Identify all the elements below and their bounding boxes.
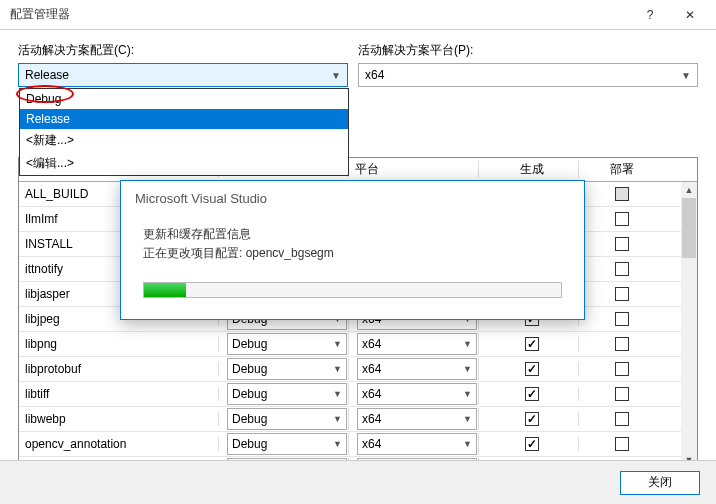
solution-config-select[interactable]: Release ▼ DebugRelease<新建...><编辑...> (18, 63, 348, 87)
platform-select[interactable]: x64▼ (357, 408, 477, 430)
platform-cell: x64▼ (349, 433, 479, 455)
deploy-checkbox[interactable] (615, 187, 629, 201)
deploy-cell (579, 287, 659, 301)
vertical-scrollbar[interactable]: ▲ ▼ (681, 182, 697, 467)
chevron-down-icon: ▼ (333, 414, 342, 424)
build-checkbox[interactable] (525, 362, 539, 376)
chevron-down-icon: ▼ (681, 70, 691, 81)
build-cell (479, 387, 579, 401)
header-platform: 平台 (349, 161, 479, 178)
deploy-checkbox[interactable] (615, 412, 629, 426)
chevron-down-icon: ▼ (333, 389, 342, 399)
deploy-cell (579, 212, 659, 226)
titlebar: 配置管理器 ? ✕ (0, 0, 716, 30)
deploy-cell (579, 237, 659, 251)
solution-platform-value: x64 (365, 68, 384, 82)
config-select[interactable]: Debug▼ (227, 358, 347, 380)
deploy-checkbox[interactable] (615, 237, 629, 251)
config-select[interactable]: Debug▼ (227, 408, 347, 430)
progress-dialog-title: Microsoft Visual Studio (121, 181, 584, 210)
build-cell (479, 412, 579, 426)
solution-platform-select[interactable]: x64 ▼ (358, 63, 698, 87)
table-row: libprotobufDebug▼x64▼ (19, 357, 697, 382)
window-title: 配置管理器 (6, 6, 630, 23)
chevron-down-icon: ▼ (333, 439, 342, 449)
progress-dialog: Microsoft Visual Studio 更新和缓存配置信息 正在更改项目… (120, 180, 585, 320)
close-window-button[interactable]: ✕ (670, 0, 710, 30)
footer: 关闭 (0, 460, 716, 504)
deploy-cell (579, 262, 659, 276)
scrollbar-thumb[interactable] (682, 198, 696, 258)
deploy-checkbox[interactable] (615, 312, 629, 326)
config-dropdown: DebugRelease<新建...><编辑...> (19, 88, 349, 176)
table-row: libpngDebug▼x64▼ (19, 332, 697, 357)
deploy-cell (579, 312, 659, 326)
chevron-down-icon: ▼ (463, 339, 472, 349)
progress-line2: 正在更改项目配置: opencv_bgsegm (121, 245, 584, 274)
platform-select[interactable]: x64▼ (357, 383, 477, 405)
deploy-checkbox[interactable] (615, 287, 629, 301)
chevron-down-icon: ▼ (463, 414, 472, 424)
deploy-cell (579, 187, 659, 201)
dropdown-item[interactable]: Release (20, 109, 348, 129)
config-cell: Debug▼ (219, 433, 349, 455)
project-cell: libtiff (19, 387, 219, 401)
project-cell: libpng (19, 337, 219, 351)
chevron-down-icon: ▼ (333, 339, 342, 349)
build-checkbox[interactable] (525, 387, 539, 401)
deploy-checkbox[interactable] (615, 262, 629, 276)
deploy-cell (579, 412, 659, 426)
scroll-up-icon[interactable]: ▲ (681, 182, 697, 198)
config-cell: Debug▼ (219, 358, 349, 380)
project-cell: opencv_annotation (19, 437, 219, 451)
deploy-checkbox[interactable] (615, 337, 629, 351)
platform-cell: x64▼ (349, 333, 479, 355)
config-cell: Debug▼ (219, 408, 349, 430)
chevron-down-icon: ▼ (463, 439, 472, 449)
progress-fill (144, 283, 186, 297)
dropdown-item[interactable]: <编辑...> (20, 152, 348, 175)
progress-bar (143, 282, 562, 298)
help-button[interactable]: ? (630, 0, 670, 30)
progress-line1: 更新和缓存配置信息 (121, 210, 584, 245)
deploy-checkbox[interactable] (615, 387, 629, 401)
build-cell (479, 437, 579, 451)
solution-config-value: Release (25, 68, 69, 82)
table-row: libtiffDebug▼x64▼ (19, 382, 697, 407)
project-cell: libwebp (19, 412, 219, 426)
platform-cell: x64▼ (349, 358, 479, 380)
build-cell (479, 362, 579, 376)
header-build: 生成 (479, 161, 579, 178)
build-checkbox[interactable] (525, 412, 539, 426)
dropdown-item[interactable]: Debug (20, 89, 348, 109)
build-checkbox[interactable] (525, 337, 539, 351)
deploy-cell (579, 387, 659, 401)
config-select[interactable]: Debug▼ (227, 333, 347, 355)
chevron-down-icon: ▼ (333, 364, 342, 374)
project-cell: libprotobuf (19, 362, 219, 376)
platform-select[interactable]: x64▼ (357, 433, 477, 455)
config-cell: Debug▼ (219, 383, 349, 405)
deploy-checkbox[interactable] (615, 362, 629, 376)
header-deploy: 部署 (579, 161, 659, 178)
chevron-down-icon: ▼ (463, 389, 472, 399)
deploy-cell (579, 337, 659, 351)
build-cell (479, 337, 579, 351)
platform-select[interactable]: x64▼ (357, 358, 477, 380)
deploy-checkbox[interactable] (615, 212, 629, 226)
build-checkbox[interactable] (525, 437, 539, 451)
table-row: opencv_annotationDebug▼x64▼ (19, 432, 697, 457)
deploy-cell (579, 362, 659, 376)
chevron-down-icon: ▼ (463, 364, 472, 374)
chevron-down-icon: ▼ (331, 70, 341, 81)
config-select[interactable]: Debug▼ (227, 433, 347, 455)
dropdown-item[interactable]: <新建...> (20, 129, 348, 152)
platform-cell: x64▼ (349, 408, 479, 430)
table-row: libwebpDebug▼x64▼ (19, 407, 697, 432)
platform-cell: x64▼ (349, 383, 479, 405)
close-button[interactable]: 关闭 (620, 471, 700, 495)
deploy-cell (579, 437, 659, 451)
config-select[interactable]: Debug▼ (227, 383, 347, 405)
platform-select[interactable]: x64▼ (357, 333, 477, 355)
deploy-checkbox[interactable] (615, 437, 629, 451)
